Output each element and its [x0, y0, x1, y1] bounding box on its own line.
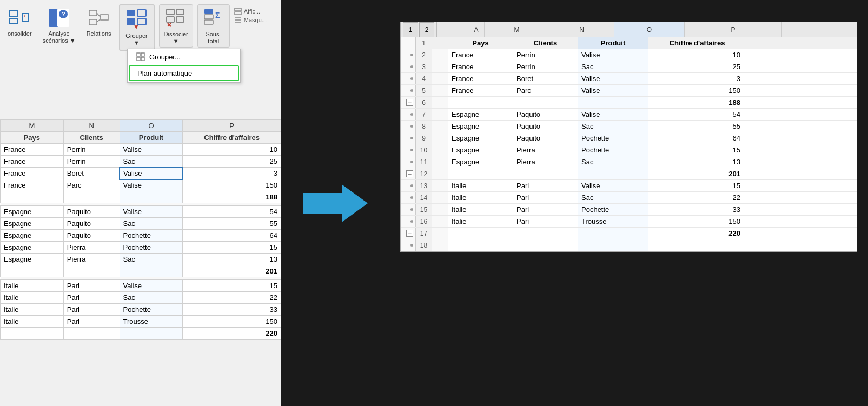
- cell-chiffre[interactable]: [648, 239, 746, 251]
- cell-produit[interactable]: Sac: [120, 156, 183, 168]
- cell-produit[interactable]: [578, 168, 648, 179]
- cell-pays[interactable]: Espagne: [1, 254, 64, 265]
- cell-a[interactable]: [432, 144, 448, 156]
- cell-produit[interactable]: Valise: [578, 49, 648, 61]
- cell-chiffre[interactable]: 15: [648, 180, 746, 191]
- cell-1-pays[interactable]: Pays: [448, 37, 513, 49]
- cell-produit[interactable]: Pochette: [578, 144, 648, 156]
- cell-a[interactable]: [432, 121, 448, 132]
- cell-produit[interactable]: Pochette: [578, 132, 648, 144]
- cell-chiffre[interactable]: 13: [183, 254, 281, 265]
- cell-1-a[interactable]: [432, 37, 448, 49]
- cell-pays[interactable]: Italie: [1, 292, 64, 304]
- cell-produit[interactable]: [578, 228, 648, 239]
- cell-produit[interactable]: Valise: [120, 144, 183, 156]
- cell-pays[interactable]: France: [448, 61, 513, 72]
- cell-pays[interactable]: Italie: [1, 280, 64, 292]
- cell-chiffre[interactable]: 13: [648, 156, 746, 168]
- outline-minus-btn[interactable]: −: [406, 170, 413, 177]
- cell-produit[interactable]: [578, 97, 648, 108]
- cell-pays[interactable]: Italie: [448, 180, 513, 191]
- cell-produit[interactable]: Pochette: [120, 242, 183, 254]
- cell-pays[interactable]: Espagne: [1, 218, 64, 230]
- cell-a[interactable]: [432, 97, 448, 108]
- cell-pays[interactable]: Italie: [1, 304, 64, 316]
- cell-a[interactable]: [432, 85, 448, 96]
- cell-clients[interactable]: [513, 97, 578, 108]
- afficher-row[interactable]: Affic...: [234, 8, 267, 15]
- cell-chiffre[interactable]: 15: [183, 280, 281, 292]
- analyse-button[interactable]: ? Analysescénarios ▼: [39, 4, 79, 46]
- cell-clients[interactable]: Pierra: [513, 156, 578, 168]
- cell-pays[interactable]: Espagne: [448, 144, 513, 156]
- cell-clients[interactable]: Pari: [63, 280, 120, 292]
- cell-chiffre[interactable]: 55: [648, 121, 746, 132]
- cell-pays[interactable]: Italie: [1, 316, 64, 328]
- cell-clients[interactable]: Perrin: [513, 49, 578, 61]
- cell-clients[interactable]: Parc: [513, 85, 578, 96]
- cell-pays[interactable]: France: [448, 85, 513, 96]
- cell-clients[interactable]: [513, 228, 578, 239]
- cell-clients[interactable]: [513, 239, 578, 251]
- cell-produit[interactable]: Valise: [578, 180, 648, 191]
- cell-chiffre[interactable]: 188: [183, 191, 281, 203]
- sous-total-button[interactable]: Σ Sous-total: [197, 4, 230, 48]
- cell-produit[interactable]: Sac: [578, 61, 648, 72]
- grouper-menu-item[interactable]: Grouper...: [128, 49, 240, 64]
- cell-clients[interactable]: Perrin: [513, 61, 578, 72]
- cell-chiffre[interactable]: 15: [183, 242, 281, 254]
- cell-clients[interactable]: Boret: [63, 168, 120, 179]
- cell-pays[interactable]: Italie: [448, 216, 513, 227]
- cell-produit[interactable]: Sac: [578, 192, 648, 203]
- cell-produit[interactable]: Trousse: [120, 316, 183, 328]
- cell-chiffre[interactable]: 3: [648, 73, 746, 84]
- cell-chiffre[interactable]: 33: [183, 304, 281, 316]
- cell-produit[interactable]: Valise: [120, 179, 183, 191]
- cell-a[interactable]: [432, 192, 448, 203]
- cell-a[interactable]: [432, 216, 448, 227]
- cell-clients[interactable]: Paquito: [63, 218, 120, 230]
- cell-pays[interactable]: Espagne: [448, 109, 513, 120]
- cell-pays[interactable]: Italie: [448, 192, 513, 203]
- cell-produit[interactable]: Sac: [120, 218, 183, 230]
- cell-chiffre[interactable]: 10: [648, 49, 746, 61]
- dissocier-button[interactable]: Dissocier▼: [159, 4, 193, 48]
- cell-chiffre[interactable]: 3: [183, 168, 281, 179]
- cell-pays[interactable]: [1, 265, 64, 277]
- outline-minus-btn[interactable]: −: [406, 230, 413, 237]
- cell-produit[interactable]: Sac: [578, 121, 648, 132]
- cell-pays[interactable]: Espagne: [448, 132, 513, 144]
- cell-pays[interactable]: [448, 168, 513, 179]
- cell-1-chiffre[interactable]: Chiffre d'affaires: [648, 37, 746, 49]
- cell-a[interactable]: [432, 180, 448, 191]
- cell-produit[interactable]: Valise: [578, 85, 648, 96]
- cell-produit[interactable]: Valise: [578, 109, 648, 120]
- cell-a[interactable]: [432, 132, 448, 144]
- cell-clients[interactable]: Paquito: [63, 230, 120, 242]
- cell-produit[interactable]: Pochette: [120, 230, 183, 242]
- cell-chiffre[interactable]: 10: [183, 144, 281, 156]
- outline-cell[interactable]: −: [401, 168, 416, 179]
- cell-clients[interactable]: Pari: [63, 304, 120, 316]
- cell-chiffre[interactable]: 201: [183, 265, 281, 277]
- cell-pays[interactable]: [448, 228, 513, 239]
- cell-pays[interactable]: [448, 97, 513, 108]
- cell-chiffre[interactable]: 150: [648, 216, 746, 227]
- cell-chiffre[interactable]: 150: [183, 316, 281, 328]
- cell-pays[interactable]: Espagne: [1, 206, 64, 218]
- cell-clients[interactable]: Paquito: [513, 132, 578, 144]
- cell-produit[interactable]: Valise: [578, 73, 648, 84]
- cell-chiffre[interactable]: 22: [183, 292, 281, 304]
- cell-produit[interactable]: Pochette: [578, 204, 648, 215]
- cell-pays[interactable]: Espagne: [1, 230, 64, 242]
- cell-a[interactable]: [432, 168, 448, 179]
- cell-pays[interactable]: France: [448, 73, 513, 84]
- outline-minus-btn[interactable]: −: [406, 99, 413, 106]
- cell-clients[interactable]: Boret: [513, 73, 578, 84]
- cell-pays[interactable]: Espagne: [448, 121, 513, 132]
- cell-clients[interactable]: Pierra: [513, 144, 578, 156]
- plan-automatique-item[interactable]: Plan automatique: [129, 65, 239, 81]
- cell-chiffre[interactable]: 54: [183, 206, 281, 218]
- cell-clients[interactable]: Pari: [63, 292, 120, 304]
- grouper-button[interactable]: ▼ Grouper▼: [119, 4, 155, 51]
